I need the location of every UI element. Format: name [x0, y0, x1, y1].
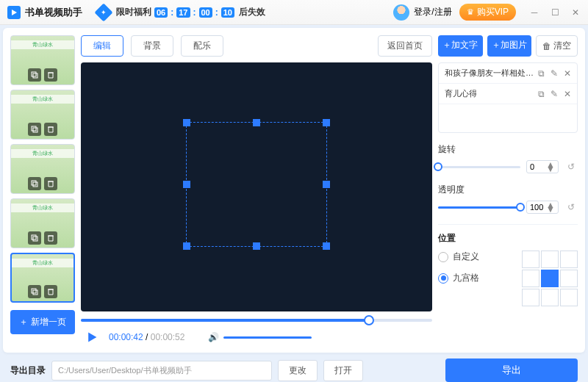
- handle-t[interactable]: [253, 119, 260, 126]
- delete-thumb-icon[interactable]: [44, 123, 57, 136]
- svg-rect-7: [33, 237, 37, 241]
- open-path-button[interactable]: 打开: [323, 360, 363, 381]
- selection-rect[interactable]: [186, 122, 326, 247]
- handle-br[interactable]: [323, 242, 330, 250]
- back-home-button[interactable]: 返回首页: [378, 35, 432, 57]
- delete-icon[interactable]: ✕: [564, 68, 571, 79]
- volume-slider[interactable]: [223, 336, 312, 339]
- handle-bl[interactable]: [183, 242, 190, 250]
- edit-icon[interactable]: ✎: [551, 68, 558, 79]
- edit-icon[interactable]: ✎: [551, 89, 558, 99]
- page-thumb[interactable]: 青山绿水: [10, 253, 75, 303]
- handle-l[interactable]: [183, 181, 190, 188]
- text-item-label: 和孩子像朋友一样相处和孩子像: [445, 68, 538, 79]
- svg-rect-2: [32, 126, 36, 131]
- rotate-knob[interactable]: [434, 162, 442, 171]
- copy-thumb-icon[interactable]: [28, 285, 41, 298]
- volume-icon[interactable]: 🔊: [208, 332, 219, 342]
- titlebar: 书单视频助手 ✦ 限时福利 06: 17: 00: 10 后失效 登录/注册 ♛…: [0, 0, 588, 25]
- svg-rect-8: [32, 289, 36, 293]
- radio-custom[interactable]: 自定义: [438, 251, 479, 263]
- timeline-progress: [81, 319, 369, 322]
- maximize-button[interactable]: ☐: [550, 7, 560, 18]
- grid-cell[interactable]: [560, 270, 578, 287]
- login-link[interactable]: 登录/注册: [393, 4, 451, 21]
- page-thumb[interactable]: 青山绿水: [10, 198, 75, 248]
- svg-rect-0: [32, 72, 36, 76]
- delete-thumb-icon[interactable]: [44, 285, 57, 298]
- grid-cell[interactable]: [560, 289, 578, 306]
- opacity-knob[interactable]: [516, 203, 525, 212]
- add-text-button[interactable]: ＋加文字: [438, 35, 483, 57]
- opacity-control: 透明度 100▲▼ ↺: [438, 184, 578, 214]
- svg-rect-1: [33, 73, 37, 78]
- tab-edit[interactable]: 编辑: [81, 35, 123, 57]
- handle-tr[interactable]: [323, 119, 330, 126]
- timeline[interactable]: [81, 319, 432, 322]
- time-total: 00:00:52: [151, 332, 185, 342]
- grid-cell[interactable]: [541, 251, 559, 268]
- minimize-button[interactable]: ─: [529, 7, 539, 18]
- copy-thumb-icon[interactable]: [28, 231, 41, 245]
- grid-cell[interactable]: [541, 289, 559, 306]
- canvas[interactable]: [81, 62, 432, 311]
- handle-r[interactable]: [323, 181, 330, 188]
- add-image-button[interactable]: ＋加图片: [487, 35, 532, 57]
- rotate-slider[interactable]: [438, 166, 520, 168]
- delete-thumb-icon[interactable]: [44, 177, 57, 190]
- svg-rect-6: [32, 235, 36, 239]
- copy-thumb-icon[interactable]: [28, 68, 41, 82]
- opacity-reset[interactable]: ↺: [564, 201, 578, 214]
- radio-grid[interactable]: 九宫格: [438, 272, 479, 284]
- player-controls: 00:00:42 / 00:00:52 🔊: [81, 329, 432, 345]
- avatar-icon: [393, 4, 409, 21]
- rotate-label: 旋转: [438, 143, 578, 156]
- page-thumb[interactable]: 青山绿水: [10, 144, 75, 194]
- position-grid: [522, 251, 578, 306]
- copy-icon[interactable]: ⧉: [538, 68, 545, 79]
- delete-thumb-icon[interactable]: [44, 68, 57, 82]
- opacity-input[interactable]: 100▲▼: [526, 201, 559, 214]
- export-button[interactable]: 导出: [445, 358, 578, 382]
- delete-thumb-icon[interactable]: [44, 231, 57, 245]
- timer-d2: 17: [176, 7, 190, 18]
- page-thumb[interactable]: 青山绿水: [10, 90, 75, 140]
- copy-thumb-icon[interactable]: [28, 123, 41, 136]
- text-item-row[interactable]: 育儿心得⧉✎✕: [439, 84, 577, 104]
- copy-icon[interactable]: ⧉: [538, 89, 545, 99]
- play-button[interactable]: [84, 329, 100, 345]
- delete-icon[interactable]: ✕: [564, 89, 571, 99]
- text-item-row[interactable]: 和孩子像朋友一样相处和孩子像⧉✎✕: [439, 63, 577, 84]
- rotate-control: 旋转 0▲▼ ↺: [438, 143, 578, 173]
- handle-tl[interactable]: [183, 119, 190, 126]
- grid-cell[interactable]: [522, 270, 539, 287]
- tab-music[interactable]: 配乐: [181, 35, 223, 57]
- page-list: 青山绿水青山绿水青山绿水青山绿水青山绿水＋ 新增一页: [10, 35, 75, 345]
- grid-cell[interactable]: [522, 289, 539, 306]
- clear-button[interactable]: 🗑清空: [536, 35, 578, 57]
- timer-d4: 10: [221, 7, 234, 18]
- page-thumb[interactable]: 青山绿水: [10, 35, 75, 85]
- vip-button[interactable]: ♛ 购买VIP: [459, 4, 516, 21]
- add-page-button[interactable]: ＋ 新增一页: [10, 310, 75, 334]
- change-path-button[interactable]: 更改: [278, 360, 318, 381]
- login-label: 登录/注册: [414, 6, 451, 18]
- time-display: 00:00:42 / 00:00:52: [109, 332, 184, 342]
- close-button[interactable]: ✕: [570, 7, 581, 18]
- grid-cell[interactable]: [522, 251, 539, 268]
- thumb-label: 青山绿水: [12, 259, 74, 267]
- time-current: 00:00:42: [109, 332, 143, 342]
- promo-label: 限时福利: [116, 6, 151, 18]
- promo-banner[interactable]: ✦ 限时福利 06: 17: 00: 10 后失效: [97, 6, 265, 19]
- grid-cell[interactable]: [560, 251, 578, 268]
- rotate-reset[interactable]: ↺: [564, 160, 578, 173]
- export-path-input[interactable]: C:/Users/User/Desktop/书单视频助手: [51, 361, 272, 381]
- promo-icon: ✦: [94, 3, 112, 21]
- rotate-input[interactable]: 0▲▼: [526, 160, 559, 173]
- tab-background[interactable]: 背景: [131, 35, 173, 57]
- copy-thumb-icon[interactable]: [28, 177, 41, 190]
- grid-cell[interactable]: [541, 270, 559, 287]
- opacity-slider[interactable]: [438, 206, 520, 209]
- handle-b[interactable]: [253, 242, 260, 250]
- timeline-knob[interactable]: [364, 315, 374, 325]
